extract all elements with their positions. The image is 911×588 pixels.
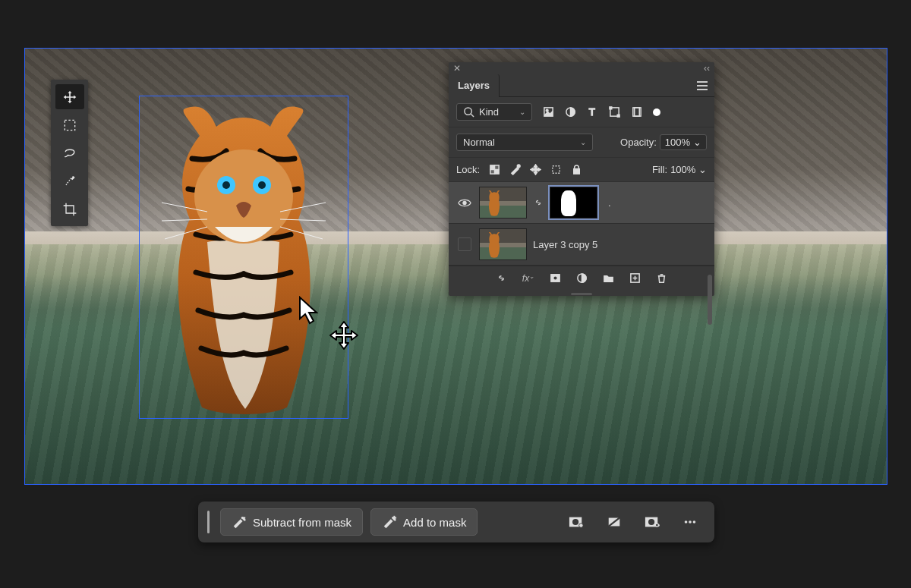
- tab-layers[interactable]: Layers: [449, 74, 500, 97]
- mask-overlay-icon[interactable]: [637, 508, 667, 536]
- svg-point-4: [258, 181, 266, 189]
- delete-layer-icon[interactable]: [656, 272, 667, 284]
- filter-pixel-icon[interactable]: [543, 106, 554, 118]
- svg-rect-11: [65, 120, 74, 130]
- group-icon[interactable]: [603, 272, 614, 284]
- fill-label: Fill:: [652, 164, 667, 175]
- subtract-label: Subtract from mask: [253, 516, 351, 529]
- layer-filter-row: Kind ⌄ T: [449, 97, 714, 127]
- cursor-move-icon: [329, 320, 359, 351]
- filter-type-icon[interactable]: T: [587, 106, 598, 118]
- drag-handle[interactable]: [207, 511, 210, 533]
- add-to-mask-button[interactable]: Add to mask: [370, 508, 478, 536]
- svg-rect-32: [574, 169, 580, 175]
- panel-resize-grip[interactable]: [449, 291, 714, 296]
- adjustment-layer-icon[interactable]: [576, 272, 588, 284]
- chevron-down-icon: ⌄: [580, 138, 586, 146]
- layer-thumbnail[interactable]: [479, 187, 527, 219]
- filter-toggle[interactable]: [653, 108, 660, 116]
- move-tool[interactable]: [55, 84, 84, 109]
- svg-point-52: [656, 524, 658, 527]
- svg-point-47: [579, 524, 583, 527]
- toolbox: [51, 80, 88, 226]
- svg-rect-29: [490, 170, 495, 175]
- svg-point-30: [517, 165, 520, 168]
- visibility-toggle[interactable]: [456, 237, 473, 251]
- svg-point-54: [689, 520, 692, 524]
- layer-name[interactable]: Layer 3 copy 5: [533, 239, 597, 250]
- svg-rect-28: [495, 165, 500, 170]
- layers-panel: ✕ ‹‹ Layers Kind ⌄ T Normal ⌄ Opacity: 1…: [449, 62, 714, 296]
- svg-line-16: [471, 114, 474, 117]
- tab-label: Layers: [458, 80, 490, 91]
- tiger-subject: [154, 105, 333, 417]
- more-options-icon[interactable]: [675, 508, 705, 536]
- svg-rect-23: [617, 115, 619, 117]
- mask-thumbnail[interactable]: [550, 187, 597, 219]
- fx-icon[interactable]: fx ⌄: [522, 273, 534, 284]
- blend-mode-value: Normal: [463, 137, 495, 148]
- lock-artboard-icon[interactable]: [550, 164, 562, 175]
- link-layers-icon[interactable]: [496, 272, 507, 284]
- chevron-down-icon: ⌄: [698, 164, 707, 175]
- svg-point-33: [462, 200, 466, 204]
- filter-smart-icon[interactable]: [631, 106, 642, 118]
- svg-rect-22: [610, 107, 612, 109]
- lock-transparency-icon[interactable]: [489, 164, 500, 175]
- svg-rect-27: [495, 170, 500, 175]
- add-label: Add to mask: [403, 516, 466, 529]
- close-icon[interactable]: ✕: [453, 63, 461, 74]
- marquee-tool[interactable]: [55, 112, 84, 137]
- svg-text:T: T: [589, 106, 595, 118]
- blend-row: Normal ⌄ Opacity: 100% ⌄: [449, 127, 714, 158]
- collapse-icon[interactable]: ‹‹: [704, 63, 710, 74]
- kind-label: Kind: [479, 106, 499, 118]
- fill-value: 100%: [670, 164, 695, 175]
- lock-all-icon[interactable]: [571, 164, 582, 175]
- lock-position-icon[interactable]: [530, 164, 541, 175]
- layer-list: . Layer 3 copy 5: [449, 182, 714, 266]
- filter-shape-icon[interactable]: [609, 106, 620, 118]
- lock-row: Lock: Fill: 100% ⌄: [449, 158, 714, 182]
- layer-row[interactable]: Layer 3 copy 5: [449, 224, 714, 266]
- chevron-down-icon: ⌄: [693, 137, 701, 148]
- layer-thumbnail[interactable]: [479, 228, 527, 260]
- opacity-input[interactable]: 100% ⌄: [660, 134, 707, 150]
- svg-point-46: [572, 519, 578, 525]
- panel-menu-icon[interactable]: [696, 80, 708, 91]
- svg-point-53: [685, 520, 688, 524]
- contextual-task-bar[interactable]: Subtract from mask Add to mask: [198, 502, 714, 542]
- disable-mask-icon[interactable]: [599, 508, 629, 536]
- lock-paint-icon[interactable]: [509, 164, 521, 175]
- svg-rect-31: [553, 166, 560, 173]
- opacity-label: Opacity:: [620, 137, 657, 148]
- crop-tool[interactable]: [55, 197, 84, 222]
- svg-point-2: [222, 181, 230, 189]
- svg-point-15: [465, 108, 471, 115]
- add-mask-icon[interactable]: [550, 272, 561, 284]
- visibility-toggle[interactable]: [456, 198, 473, 208]
- svg-rect-26: [490, 165, 495, 170]
- svg-point-35: [553, 276, 558, 281]
- invert-mask-icon[interactable]: [561, 508, 591, 536]
- filter-kind-dropdown[interactable]: Kind ⌄: [456, 103, 532, 121]
- layer-actions: fx ⌄: [449, 266, 714, 291]
- cursor-arrow-icon: [298, 296, 320, 325]
- svg-point-51: [648, 519, 654, 525]
- fill-input[interactable]: 100% ⌄: [670, 164, 707, 175]
- subtract-from-mask-button[interactable]: Subtract from mask: [220, 508, 363, 536]
- mask-link-icon[interactable]: [533, 198, 544, 207]
- lasso-tool[interactable]: [55, 140, 84, 165]
- layer-row[interactable]: .: [449, 182, 714, 224]
- svg-point-55: [693, 520, 696, 524]
- chevron-down-icon: ⌄: [519, 108, 525, 116]
- blend-mode-dropdown[interactable]: Normal ⌄: [456, 134, 593, 151]
- layer-scrollbar[interactable]: [708, 275, 712, 325]
- opacity-value: 100%: [665, 137, 690, 148]
- lock-label: Lock:: [456, 164, 480, 175]
- new-layer-icon[interactable]: [629, 272, 641, 284]
- quick-select-tool[interactable]: [55, 168, 84, 193]
- filter-adjust-icon[interactable]: [565, 106, 576, 118]
